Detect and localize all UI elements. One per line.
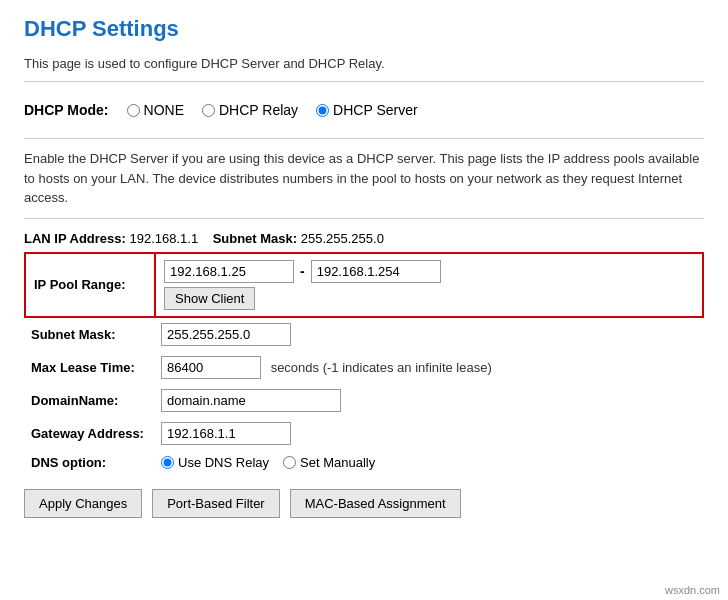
gateway-input[interactable] <box>161 422 291 445</box>
dns-option-row: DNS option: Use DNS Relay Set Manually <box>25 450 703 475</box>
dhcp-mode-relay-label: DHCP Relay <box>219 102 298 118</box>
domain-name-input[interactable] <box>161 389 341 412</box>
dns-option-label: DNS option: <box>25 450 155 475</box>
dns-manual-radio[interactable] <box>283 456 296 469</box>
dns-manual-option[interactable]: Set Manually <box>283 455 375 470</box>
gateway-label: Gateway Address: <box>25 417 155 450</box>
lan-mask-value: 255.255.255.0 <box>301 231 384 246</box>
lease-note: seconds (-1 indicates an infinite lease) <box>271 360 492 375</box>
max-lease-label: Max Lease Time: <box>25 351 155 384</box>
dhcp-mode-server-label: DHCP Server <box>333 102 418 118</box>
dhcp-mode-none-radio[interactable] <box>127 104 140 117</box>
dhcp-mode-none-option[interactable]: NONE <box>127 102 184 118</box>
lan-info-row: LAN IP Address: 192.168.1.1 Subnet Mask:… <box>24 231 704 246</box>
watermark: wsxdn.com <box>665 584 720 596</box>
dns-relay-option[interactable]: Use DNS Relay <box>161 455 269 470</box>
settings-table: IP Pool Range: - Show Client <box>24 252 704 475</box>
dhcp-mode-row: DHCP Mode: NONE DHCP Relay DHCP Server <box>24 92 704 128</box>
page-title: DHCP Settings <box>24 16 704 42</box>
page-container: DHCP Settings This page is used to confi… <box>0 0 728 534</box>
gateway-row: Gateway Address: <box>25 417 703 450</box>
port-filter-button[interactable]: Port-Based Filter <box>152 489 280 518</box>
subnet-mask-label: Subnet Mask: <box>25 317 155 351</box>
subnet-mask-row: Subnet Mask: <box>25 317 703 351</box>
ip-pool-inner: - Show Client <box>164 260 694 310</box>
subnet-mask-value-cell <box>155 317 703 351</box>
ip-range-row: - <box>164 260 694 283</box>
description: This page is used to configure DHCP Serv… <box>24 56 704 71</box>
gateway-value-cell <box>155 417 703 450</box>
dns-option-value-cell: Use DNS Relay Set Manually <box>155 450 703 475</box>
show-client-wrapper: Show Client <box>164 287 694 310</box>
show-client-button[interactable]: Show Client <box>164 287 255 310</box>
domain-name-row: DomainName: <box>25 384 703 417</box>
lan-ip-label: LAN IP Address: <box>24 231 126 246</box>
dhcp-mode-relay-option[interactable]: DHCP Relay <box>202 102 298 118</box>
ip-pool-row: IP Pool Range: - Show Client <box>25 253 703 317</box>
apply-changes-button[interactable]: Apply Changes <box>24 489 142 518</box>
dhcp-mode-label: DHCP Mode: <box>24 102 109 118</box>
ip-pool-end-input[interactable] <box>311 260 441 283</box>
divider-2 <box>24 138 704 139</box>
dns-relay-radio[interactable] <box>161 456 174 469</box>
max-lease-row: Max Lease Time: seconds (-1 indicates an… <box>25 351 703 384</box>
description-block: Enable the DHCP Server if you are using … <box>24 149 704 208</box>
dns-option-group: Use DNS Relay Set Manually <box>161 455 697 470</box>
dhcp-mode-server-option[interactable]: DHCP Server <box>316 102 418 118</box>
mac-assignment-button[interactable]: MAC-Based Assignment <box>290 489 461 518</box>
action-buttons: Apply Changes Port-Based Filter MAC-Base… <box>24 489 704 518</box>
max-lease-value-cell: seconds (-1 indicates an infinite lease) <box>155 351 703 384</box>
lan-ip-value: 192.168.1.1 <box>129 231 198 246</box>
domain-name-value-cell <box>155 384 703 417</box>
divider-3 <box>24 218 704 219</box>
ip-range-dash: - <box>300 263 305 279</box>
max-lease-input[interactable] <box>161 356 261 379</box>
ip-pool-start-input[interactable] <box>164 260 294 283</box>
domain-name-label: DomainName: <box>25 384 155 417</box>
dhcp-mode-relay-radio[interactable] <box>202 104 215 117</box>
lan-mask-label: Subnet Mask: <box>213 231 298 246</box>
ip-pool-value-cell: - Show Client <box>155 253 703 317</box>
subnet-mask-input[interactable] <box>161 323 291 346</box>
dhcp-mode-server-radio[interactable] <box>316 104 329 117</box>
dhcp-mode-none-label: NONE <box>144 102 184 118</box>
dns-relay-label: Use DNS Relay <box>178 455 269 470</box>
divider-1 <box>24 81 704 82</box>
dns-manual-label: Set Manually <box>300 455 375 470</box>
ip-pool-label: IP Pool Range: <box>25 253 155 317</box>
